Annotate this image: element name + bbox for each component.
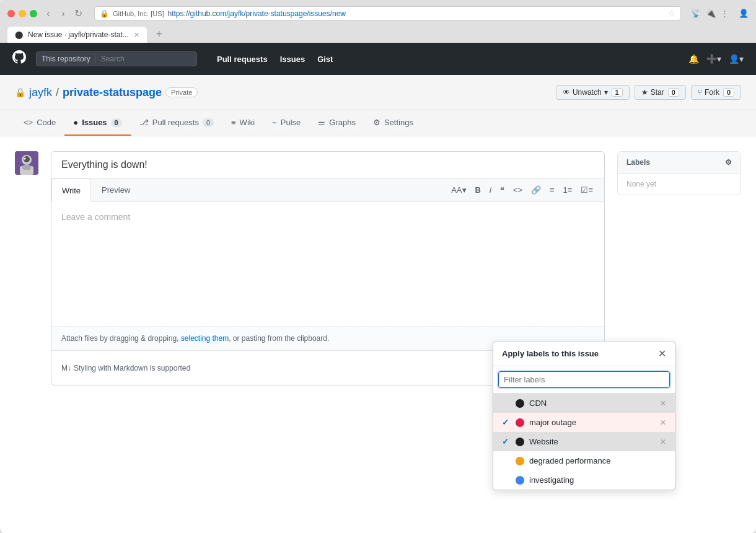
nav-wiki[interactable]: ≡ Wiki	[222, 110, 263, 136]
profile-icon[interactable]: 👤	[739, 9, 749, 18]
label-item-cdn[interactable]: CDN ✕	[493, 394, 675, 413]
repo-owner-link[interactable]: jayfk	[29, 86, 52, 99]
dropdown-close-button[interactable]: ✕	[658, 348, 666, 359]
task-list-button[interactable]: ☑≡	[577, 183, 597, 197]
browser-back-button[interactable]: ‹	[42, 7, 55, 20]
bold-button[interactable]: B	[472, 183, 485, 197]
issues-icon: ●	[73, 118, 78, 127]
settings-icon: ⚙	[373, 118, 380, 127]
fork-button[interactable]: ⑂ Fork 0	[691, 85, 741, 100]
gh-search-box[interactable]: This repository	[36, 51, 197, 66]
browser-forward-button[interactable]: ›	[57, 7, 69, 20]
major-outage-color-dot	[516, 418, 524, 427]
user-avatar-menu[interactable]: 👤▾	[729, 54, 744, 64]
nav-pulse-label: Pulse	[281, 118, 301, 127]
tab-favicon: ⬤	[15, 30, 23, 39]
nav-code[interactable]: <> Code	[15, 110, 64, 136]
labels-filter-input[interactable]	[498, 371, 670, 388]
tab-preview[interactable]: Preview	[91, 178, 141, 201]
text-size-button[interactable]: AA▾	[447, 183, 470, 197]
labels-section: Labels ⚙ None yet	[617, 151, 741, 195]
italic-button[interactable]: i	[486, 183, 495, 197]
website-label-name: Website	[529, 437, 655, 446]
label-item-major-outage[interactable]: ✓ major outage ✕	[493, 413, 675, 432]
repo-lock-icon: 🔒	[15, 87, 25, 97]
link-button[interactable]: 🔗	[527, 183, 545, 197]
quote-button[interactable]: ❝	[496, 183, 508, 197]
cdn-label-name: CDN	[529, 399, 655, 408]
nav-gist[interactable]: Gist	[317, 55, 333, 64]
attach-text: Attach files by dragging & dropping,	[61, 334, 181, 343]
repo-name-link[interactable]: private-statuspage	[63, 86, 162, 99]
labels-gear-icon[interactable]: ⚙	[725, 158, 732, 167]
nav-pull-requests[interactable]: ⎇ Pull requests 0	[131, 110, 222, 136]
cast-icon[interactable]: 📡	[691, 9, 701, 18]
star-button[interactable]: ★ Star 0	[635, 85, 686, 100]
unordered-list-button[interactable]: ≡	[546, 183, 558, 197]
traffic-light-minimize[interactable]	[19, 10, 26, 17]
tab-title: New issue · jayfk/private-stat...	[28, 30, 129, 39]
bookmark-icon[interactable]: ☆	[668, 9, 675, 18]
traffic-light-close[interactable]	[7, 10, 15, 17]
cdn-color-dot	[516, 399, 524, 408]
website-remove-icon[interactable]: ✕	[660, 438, 666, 446]
nav-issues[interactable]: ● Issues 0	[64, 110, 130, 136]
main-content: Write Preview AA▾ B i ❝ <> 🔗 ≡ 1≡	[0, 136, 756, 400]
website-check-icon: ✓	[502, 437, 511, 446]
labels-placeholder: None yet	[626, 180, 656, 188]
code-button[interactable]: <>	[509, 183, 526, 197]
tab-write[interactable]: Write	[51, 178, 91, 202]
markdown-hint: M↓ Styling with Markdown is supported	[61, 364, 190, 372]
nav-graphs[interactable]: ⚌ Graphs	[309, 110, 364, 136]
issue-tabs: Write Preview	[51, 178, 141, 201]
nav-issues-label: Issues	[82, 118, 107, 127]
attach-select-link[interactable]: selecting them	[181, 334, 229, 343]
gh-nav-links: Pull requests Issues Gist	[217, 55, 333, 64]
label-item-degraded[interactable]: degraded performance	[493, 451, 675, 470]
code-icon: <>	[24, 118, 33, 127]
wiki-icon: ≡	[231, 118, 236, 127]
nav-graphs-label: Graphs	[329, 118, 356, 127]
menu-icon[interactable]: ⋮	[721, 9, 729, 18]
new-tab-button[interactable]: +	[149, 25, 169, 43]
nav-settings[interactable]: ⚙ Settings	[364, 110, 422, 136]
extensions-icon[interactable]: 🔌	[706, 9, 716, 18]
plus-menu[interactable]: ➕▾	[706, 54, 721, 64]
search-input[interactable]	[101, 55, 175, 63]
ordered-list-button[interactable]: 1≡	[560, 183, 576, 197]
cdn-remove-icon[interactable]: ✕	[660, 399, 666, 408]
markdown-hint-text: Styling with Markdown is supported	[74, 364, 190, 372]
gh-header: This repository Pull requests Issues Gis…	[0, 43, 756, 75]
svg-rect-5	[22, 165, 31, 170]
nav-pull-requests[interactable]: Pull requests	[217, 55, 268, 64]
browser-refresh-button[interactable]: ↻	[72, 7, 84, 20]
label-item-website[interactable]: ✓ Website ✕	[493, 432, 675, 451]
issue-body[interactable]: Leave a comment	[51, 202, 604, 326]
unwatch-button[interactable]: 👁 Unwatch ▾ 1	[556, 85, 630, 100]
issue-title-input[interactable]	[51, 152, 604, 178]
private-badge: Private	[165, 87, 198, 97]
github-logo[interactable]	[12, 50, 26, 68]
fork-count: 0	[723, 88, 734, 97]
markdown-icon: M↓	[61, 364, 71, 372]
repo-separator: /	[56, 86, 59, 99]
nav-pulse[interactable]: ~ Pulse	[263, 110, 309, 136]
browser-tab-active[interactable]: ⬤ New issue · jayfk/private-stat... ✕	[7, 27, 147, 43]
star-label: Star	[651, 88, 664, 97]
repo-actions: 👁 Unwatch ▾ 1 ★ Star 0 ⑂ Fork 0	[556, 85, 741, 100]
notifications-icon[interactable]: 🔔	[688, 54, 699, 64]
investigating-color-dot	[516, 476, 524, 485]
repo-header: 🔒 jayfk / private-statuspage Private 👁 U…	[0, 75, 756, 110]
degraded-color-dot	[516, 457, 524, 465]
address-bar-url[interactable]: https://github.com/jayfk/private-statusp…	[168, 9, 346, 18]
eye-icon: 👁	[563, 88, 570, 97]
label-item-investigating[interactable]: investigating	[493, 470, 675, 490]
major-outage-remove-icon[interactable]: ✕	[660, 418, 666, 427]
nav-code-label: Code	[37, 118, 56, 127]
nav-issues[interactable]: Issues	[280, 55, 305, 64]
traffic-light-maximize[interactable]	[30, 10, 37, 17]
pr-badge: 0	[203, 118, 214, 127]
url-issuer: GitHub, Inc. [US]	[113, 10, 164, 17]
tab-close-button[interactable]: ✕	[134, 31, 139, 39]
user-avatar	[15, 151, 38, 175]
